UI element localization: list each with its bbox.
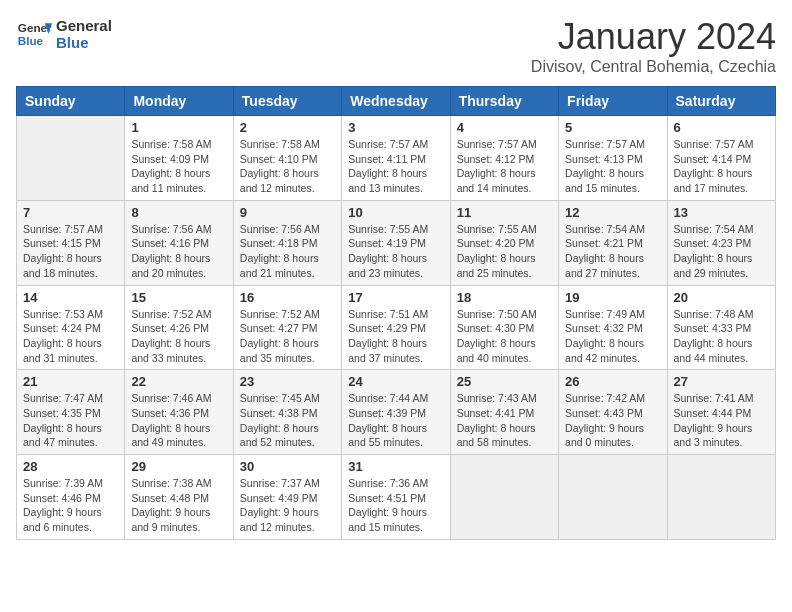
day-info: Sunrise: 7:42 AMSunset: 4:43 PMDaylight:… xyxy=(565,391,660,450)
day-number: 24 xyxy=(348,374,443,389)
logo-icon: General Blue xyxy=(16,16,52,52)
day-number: 26 xyxy=(565,374,660,389)
day-number: 22 xyxy=(131,374,226,389)
day-info: Sunrise: 7:57 AMSunset: 4:15 PMDaylight:… xyxy=(23,222,118,281)
calendar-cell: 7Sunrise: 7:57 AMSunset: 4:15 PMDaylight… xyxy=(17,200,125,285)
day-number: 2 xyxy=(240,120,335,135)
calendar-cell: 8Sunrise: 7:56 AMSunset: 4:16 PMDaylight… xyxy=(125,200,233,285)
day-number: 11 xyxy=(457,205,552,220)
weekday-header-row: SundayMondayTuesdayWednesdayThursdayFrid… xyxy=(17,87,776,116)
day-info: Sunrise: 7:56 AMSunset: 4:18 PMDaylight:… xyxy=(240,222,335,281)
week-row-3: 14Sunrise: 7:53 AMSunset: 4:24 PMDayligh… xyxy=(17,285,776,370)
calendar-cell: 15Sunrise: 7:52 AMSunset: 4:26 PMDayligh… xyxy=(125,285,233,370)
day-info: Sunrise: 7:57 AMSunset: 4:12 PMDaylight:… xyxy=(457,137,552,196)
day-number: 20 xyxy=(674,290,769,305)
day-info: Sunrise: 7:48 AMSunset: 4:33 PMDaylight:… xyxy=(674,307,769,366)
calendar-cell: 5Sunrise: 7:57 AMSunset: 4:13 PMDaylight… xyxy=(559,116,667,201)
day-number: 18 xyxy=(457,290,552,305)
calendar-cell: 26Sunrise: 7:42 AMSunset: 4:43 PMDayligh… xyxy=(559,370,667,455)
day-number: 23 xyxy=(240,374,335,389)
day-info: Sunrise: 7:51 AMSunset: 4:29 PMDaylight:… xyxy=(348,307,443,366)
calendar-cell: 31Sunrise: 7:36 AMSunset: 4:51 PMDayligh… xyxy=(342,455,450,540)
day-info: Sunrise: 7:55 AMSunset: 4:20 PMDaylight:… xyxy=(457,222,552,281)
day-info: Sunrise: 7:58 AMSunset: 4:10 PMDaylight:… xyxy=(240,137,335,196)
day-info: Sunrise: 7:58 AMSunset: 4:09 PMDaylight:… xyxy=(131,137,226,196)
day-number: 1 xyxy=(131,120,226,135)
day-number: 7 xyxy=(23,205,118,220)
day-info: Sunrise: 7:57 AMSunset: 4:13 PMDaylight:… xyxy=(565,137,660,196)
day-number: 21 xyxy=(23,374,118,389)
calendar-cell: 13Sunrise: 7:54 AMSunset: 4:23 PMDayligh… xyxy=(667,200,775,285)
day-number: 25 xyxy=(457,374,552,389)
calendar-cell: 28Sunrise: 7:39 AMSunset: 4:46 PMDayligh… xyxy=(17,455,125,540)
calendar-cell: 22Sunrise: 7:46 AMSunset: 4:36 PMDayligh… xyxy=(125,370,233,455)
calendar-cell: 9Sunrise: 7:56 AMSunset: 4:18 PMDaylight… xyxy=(233,200,341,285)
weekday-header-monday: Monday xyxy=(125,87,233,116)
title-section: January 2024 Divisov, Central Bohemia, C… xyxy=(531,16,776,76)
logo: General Blue General Blue xyxy=(16,16,112,52)
day-number: 10 xyxy=(348,205,443,220)
day-number: 28 xyxy=(23,459,118,474)
weekday-header-friday: Friday xyxy=(559,87,667,116)
week-row-2: 7Sunrise: 7:57 AMSunset: 4:15 PMDaylight… xyxy=(17,200,776,285)
calendar-cell: 27Sunrise: 7:41 AMSunset: 4:44 PMDayligh… xyxy=(667,370,775,455)
day-info: Sunrise: 7:46 AMSunset: 4:36 PMDaylight:… xyxy=(131,391,226,450)
day-info: Sunrise: 7:38 AMSunset: 4:48 PMDaylight:… xyxy=(131,476,226,535)
calendar-cell: 30Sunrise: 7:37 AMSunset: 4:49 PMDayligh… xyxy=(233,455,341,540)
day-info: Sunrise: 7:52 AMSunset: 4:26 PMDaylight:… xyxy=(131,307,226,366)
day-info: Sunrise: 7:41 AMSunset: 4:44 PMDaylight:… xyxy=(674,391,769,450)
day-info: Sunrise: 7:52 AMSunset: 4:27 PMDaylight:… xyxy=(240,307,335,366)
day-number: 8 xyxy=(131,205,226,220)
calendar-cell: 2Sunrise: 7:58 AMSunset: 4:10 PMDaylight… xyxy=(233,116,341,201)
weekday-header-thursday: Thursday xyxy=(450,87,558,116)
calendar-cell: 4Sunrise: 7:57 AMSunset: 4:12 PMDaylight… xyxy=(450,116,558,201)
calendar-cell: 25Sunrise: 7:43 AMSunset: 4:41 PMDayligh… xyxy=(450,370,558,455)
calendar-cell xyxy=(17,116,125,201)
day-info: Sunrise: 7:47 AMSunset: 4:35 PMDaylight:… xyxy=(23,391,118,450)
page-header: General Blue General Blue January 2024 D… xyxy=(16,16,776,76)
calendar-cell: 11Sunrise: 7:55 AMSunset: 4:20 PMDayligh… xyxy=(450,200,558,285)
day-info: Sunrise: 7:50 AMSunset: 4:30 PMDaylight:… xyxy=(457,307,552,366)
week-row-5: 28Sunrise: 7:39 AMSunset: 4:46 PMDayligh… xyxy=(17,455,776,540)
day-info: Sunrise: 7:54 AMSunset: 4:23 PMDaylight:… xyxy=(674,222,769,281)
week-row-4: 21Sunrise: 7:47 AMSunset: 4:35 PMDayligh… xyxy=(17,370,776,455)
day-number: 27 xyxy=(674,374,769,389)
calendar-subtitle: Divisov, Central Bohemia, Czechia xyxy=(531,58,776,76)
day-info: Sunrise: 7:49 AMSunset: 4:32 PMDaylight:… xyxy=(565,307,660,366)
day-number: 30 xyxy=(240,459,335,474)
day-number: 17 xyxy=(348,290,443,305)
weekday-header-sunday: Sunday xyxy=(17,87,125,116)
calendar-cell: 29Sunrise: 7:38 AMSunset: 4:48 PMDayligh… xyxy=(125,455,233,540)
day-info: Sunrise: 7:57 AMSunset: 4:14 PMDaylight:… xyxy=(674,137,769,196)
day-number: 12 xyxy=(565,205,660,220)
logo-general: General xyxy=(56,17,112,34)
calendar-cell xyxy=(559,455,667,540)
calendar-cell: 6Sunrise: 7:57 AMSunset: 4:14 PMDaylight… xyxy=(667,116,775,201)
calendar-cell: 17Sunrise: 7:51 AMSunset: 4:29 PMDayligh… xyxy=(342,285,450,370)
calendar-cell xyxy=(667,455,775,540)
calendar-cell: 12Sunrise: 7:54 AMSunset: 4:21 PMDayligh… xyxy=(559,200,667,285)
calendar-table: SundayMondayTuesdayWednesdayThursdayFrid… xyxy=(16,86,776,540)
day-number: 3 xyxy=(348,120,443,135)
day-number: 4 xyxy=(457,120,552,135)
day-info: Sunrise: 7:39 AMSunset: 4:46 PMDaylight:… xyxy=(23,476,118,535)
day-info: Sunrise: 7:55 AMSunset: 4:19 PMDaylight:… xyxy=(348,222,443,281)
day-number: 14 xyxy=(23,290,118,305)
day-number: 9 xyxy=(240,205,335,220)
calendar-cell: 14Sunrise: 7:53 AMSunset: 4:24 PMDayligh… xyxy=(17,285,125,370)
svg-text:Blue: Blue xyxy=(18,34,44,47)
day-number: 5 xyxy=(565,120,660,135)
day-info: Sunrise: 7:43 AMSunset: 4:41 PMDaylight:… xyxy=(457,391,552,450)
calendar-cell: 10Sunrise: 7:55 AMSunset: 4:19 PMDayligh… xyxy=(342,200,450,285)
day-number: 16 xyxy=(240,290,335,305)
calendar-cell: 18Sunrise: 7:50 AMSunset: 4:30 PMDayligh… xyxy=(450,285,558,370)
day-info: Sunrise: 7:44 AMSunset: 4:39 PMDaylight:… xyxy=(348,391,443,450)
calendar-cell: 1Sunrise: 7:58 AMSunset: 4:09 PMDaylight… xyxy=(125,116,233,201)
weekday-header-wednesday: Wednesday xyxy=(342,87,450,116)
calendar-cell: 16Sunrise: 7:52 AMSunset: 4:27 PMDayligh… xyxy=(233,285,341,370)
calendar-cell: 24Sunrise: 7:44 AMSunset: 4:39 PMDayligh… xyxy=(342,370,450,455)
weekday-header-saturday: Saturday xyxy=(667,87,775,116)
logo-blue: Blue xyxy=(56,34,112,51)
calendar-cell xyxy=(450,455,558,540)
day-info: Sunrise: 7:36 AMSunset: 4:51 PMDaylight:… xyxy=(348,476,443,535)
